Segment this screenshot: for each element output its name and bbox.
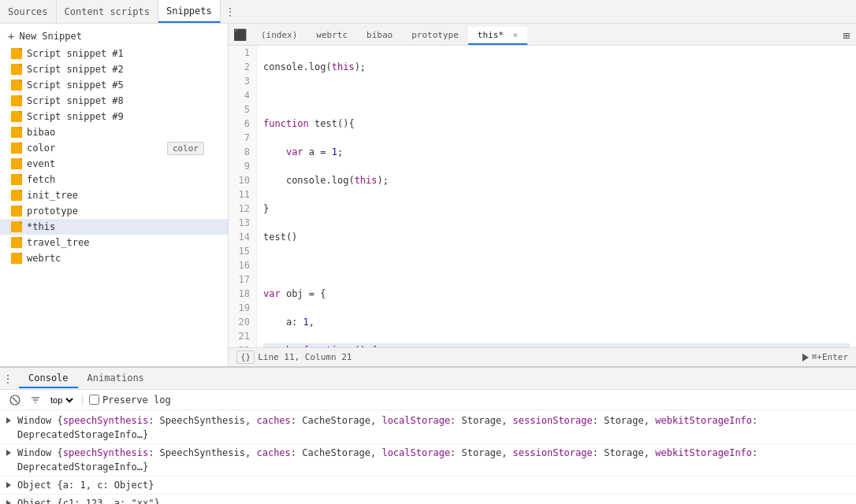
file-icon [11,127,22,138]
console-text: Window {speechSynthesis: SpeechSynthesis… [17,413,850,442]
run-button[interactable]: ⌘+Enter [802,352,848,362]
dots-button[interactable]: ⋮ [3,373,13,384]
svg-line-1 [13,398,17,402]
status-right: ⌘+Enter [802,352,848,362]
snippet-label: fetch [27,174,220,185]
tab-animations[interactable]: Animations [78,369,154,388]
snippet-label: prototype [27,206,220,217]
file-icon [11,143,22,154]
tab-this[interactable]: this* × [468,27,527,45]
snippet-label: travel_tree [27,237,220,248]
plus-icon: + [8,30,14,43]
snippet-label: init_tree [27,190,220,201]
snippet-label: Script snippet #5 [27,80,220,91]
tab-index[interactable]: (index) [251,27,307,45]
console-line[interactable]: Object {a: 1, c: Object} [0,476,856,495]
snippet-label: bibao [27,127,220,138]
expand-arrow[interactable] [6,417,11,424]
clear-button[interactable] [6,393,24,407]
tab-content-scripts[interactable]: Content scripts [57,0,158,23]
expand-arrow[interactable] [6,500,11,504]
filter-button[interactable] [27,393,44,407]
console-line[interactable]: Window {speechSynthesis: SpeechSynthesis… [0,412,856,444]
preserve-log-label: Preserve log [89,395,171,406]
sidebar: + New Snippet Script snippet #1 Script s… [0,24,229,366]
snippet-label: event [27,158,220,169]
expand-button[interactable]: ⊞ [837,26,856,45]
console-toolbar: top Preserve log [0,390,856,410]
new-snippet-button[interactable]: + New Snippet [0,27,228,46]
status-left: {} Line 11, Column 21 [236,350,352,364]
snippet-label: Script snippet #8 [27,95,220,106]
console-text: Window {speechSynthesis: SpeechSynthesis… [17,446,850,474]
sidebar-content: + New Snippet Script snippet #1 Script s… [0,24,228,366]
tab-webrtc[interactable]: webrtc [307,27,357,45]
bottom-tabs: ⋮ Console Animations [0,368,856,390]
list-item[interactable]: Script snippet #9 [0,109,228,124]
tab-sources[interactable]: Sources [0,0,57,23]
main-area: + New Snippet Script snippet #1 Script s… [0,24,856,366]
file-icon [11,221,22,232]
tooltip: color [167,142,204,155]
expand-arrow[interactable] [6,482,11,488]
code-tabs: ⬛ (index) webrtc bibao prototype this* ×… [229,24,856,46]
file-icon [11,237,22,248]
status-bar: {} Line 11, Column 21 ⌘+Enter [229,347,856,366]
top-tab-nav: Sources Content scripts Snippets ⋮ [0,0,240,23]
list-item[interactable]: Script snippet #1 [0,46,228,61]
list-item[interactable]: Script snippet #5 [0,77,228,93]
tab-bibao[interactable]: bibao [357,27,402,45]
file-icon [11,253,22,264]
code-editor[interactable]: 12345 678910 1112131415 1617181920 21222… [229,46,856,347]
console-text: Object {c1: 123, a: "xx"} [17,496,160,504]
tab-snippets[interactable]: Snippets [158,0,221,23]
file-icon [11,95,22,106]
run-icon [802,354,809,361]
console-line[interactable]: Object {c1: 123, a: "xx"} [0,495,856,504]
code-area: ⬛ (index) webrtc bibao prototype this* ×… [229,24,856,366]
code-content[interactable]: console.log(this); function test(){ var … [257,46,856,347]
list-item[interactable]: Script snippet #2 [0,61,228,77]
list-item[interactable]: travel_tree [0,235,228,250]
tab-console[interactable]: Console [19,369,78,388]
list-item-this[interactable]: *this [0,219,228,235]
list-item[interactable]: bibao [0,124,228,140]
snippet-label: Script snippet #2 [27,64,220,75]
cursor-position: Line 11, Column 21 [258,352,352,362]
top-nav-bar: Sources Content scripts Snippets ⋮ [0,0,856,24]
list-item[interactable]: webrtc [0,250,228,266]
list-item[interactable]: prototype [0,203,228,219]
file-icon [11,206,22,217]
back-button[interactable]: ⬛ [229,24,251,45]
console-line[interactable]: Window {speechSynthesis: SpeechSynthesis… [0,444,856,476]
file-icon [11,48,22,59]
preserve-log-checkbox[interactable] [89,395,99,405]
tab-prototype[interactable]: prototype [402,27,468,45]
console-text: Object {a: 1, c: Object} [17,478,154,492]
new-snippet-label: New Snippet [19,31,81,42]
console-output: Window {speechSynthesis: SpeechSynthesis… [0,410,856,504]
file-icon [11,190,22,201]
filter-icon [30,395,41,406]
list-item[interactable]: Script snippet #8 [0,93,228,109]
format-button[interactable]: {} [236,350,255,364]
file-icon [11,158,22,169]
file-icon [11,64,22,75]
more-button[interactable]: ⋮ [221,6,240,17]
run-label: ⌘+Enter [812,352,848,362]
snippet-label: *this [27,221,220,232]
list-item[interactable]: event [0,156,228,172]
context-select[interactable]: top [47,395,76,406]
snippet-label: webrtc [27,253,220,264]
snippet-label: Script snippet #9 [27,111,220,122]
snippet-label: Script snippet #1 [27,48,220,59]
clear-icon [9,395,20,406]
file-icon [11,80,22,91]
list-item[interactable]: color color [0,140,228,156]
list-item[interactable]: init_tree [0,187,228,203]
list-item[interactable]: fetch [0,172,228,187]
close-icon[interactable]: × [513,30,519,40]
expand-arrow[interactable] [6,450,11,456]
preserve-log-text: Preserve log [102,395,171,406]
file-icon [11,111,22,122]
